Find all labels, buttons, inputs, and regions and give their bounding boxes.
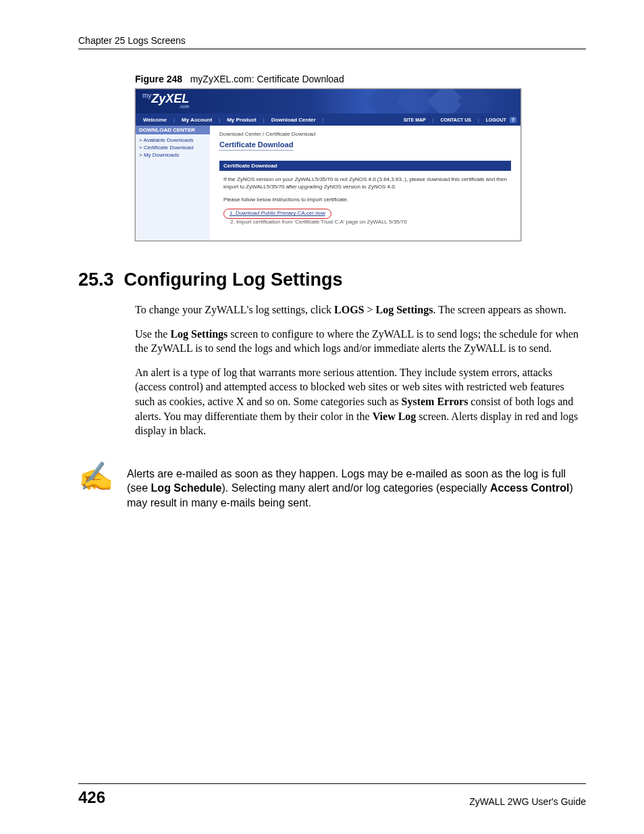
p2-a: Use the <box>135 328 170 340</box>
step-2-text: 2. Import certification from 'Certificat… <box>230 219 407 225</box>
zyxel-logo: myZyXEL .com <box>142 92 189 109</box>
p2-b: Log Settings <box>170 328 227 340</box>
breadcrumb: Download Center / Certificate Download <box>219 131 511 137</box>
p3-b1: System Errors <box>402 396 468 407</box>
note-block: ✍ Alerts are e-mailed as soon as they ha… <box>78 467 586 511</box>
p1-c: . The screen appears as shown. <box>433 304 566 315</box>
body-para-1: To change your ZyWALL's log settings, cl… <box>135 303 586 317</box>
nav-welcome[interactable]: Welcome <box>140 117 170 123</box>
section-number: 25.3 <box>78 269 114 290</box>
figure-caption: Figure 248 myZyXEL.com: Certificate Down… <box>135 74 586 84</box>
embedded-screenshot: myZyXEL .com Welcome| My Account| My Pro… <box>135 88 521 241</box>
banner-decor <box>365 89 514 113</box>
p1-a: To change your ZyWALL's log settings, cl… <box>135 304 334 315</box>
body-para-2: Use the Log Settings screen to configure… <box>135 327 586 356</box>
section-bar: Certificate Download <box>219 161 511 171</box>
note-text: Alerts are e-mailed as soon as they happ… <box>127 467 586 511</box>
section-heading: 25.3 Configuring Log Settings <box>78 269 586 290</box>
p1-mid: > <box>365 304 376 315</box>
figure-label: Figure 248 <box>135 74 182 84</box>
logo-brand: ZyXEL <box>151 92 189 105</box>
navbar-right: SITE MAP| CONTACT US| LOGOUT ? <box>400 117 516 123</box>
p1-b1: LOGS <box>334 304 364 315</box>
note-icon: ✍ <box>78 463 113 491</box>
nav-download-center[interactable]: Download Center <box>268 117 319 123</box>
nav-site-map[interactable]: SITE MAP <box>400 118 429 122</box>
body-para-3: An alert is a type of log that warrants … <box>135 365 586 438</box>
note-b1: Log Schedule <box>151 482 222 494</box>
screenshot-sidebar: DOWNLOAD CENTER Available Downloads Cert… <box>136 126 210 240</box>
footer-guide: ZyWALL 2WG User's Guide <box>469 796 586 807</box>
screenshot-navbar: Welcome| My Account| My Product| Downloa… <box>136 113 520 126</box>
section-title: Configuring Log Settings <box>124 269 343 290</box>
nav-my-account[interactable]: My Account <box>178 117 215 123</box>
chapter-header: Chapter 25 Logs Screens <box>78 35 586 49</box>
content-para-2: Please follow below instructions to impo… <box>223 197 507 204</box>
page-number: 426 <box>78 788 105 807</box>
download-ca-link[interactable]: 1. Download Public Primary CA.cer now <box>223 209 331 219</box>
screenshot-main: Download Center / Certificate Download C… <box>210 126 520 240</box>
note-t2: ). Selecting many alert and/or log categ… <box>221 482 490 494</box>
sidebar-item-my-downloads[interactable]: My Downloads <box>139 151 207 159</box>
nav-my-product[interactable]: My Product <box>223 117 260 123</box>
logo-prefix: my <box>142 92 151 99</box>
sidebar-item-certificate-download[interactable]: Certificate Download <box>139 144 207 151</box>
sidebar-item-available-downloads[interactable]: Available Downloads <box>139 136 207 144</box>
page-footer: 426 ZyWALL 2WG User's Guide <box>78 783 586 807</box>
sidebar-header: DOWNLOAD CENTER <box>136 126 210 134</box>
p1-b2: Log Settings <box>376 304 433 315</box>
screenshot-banner: myZyXEL .com <box>136 89 520 113</box>
navbar-left: Welcome| My Account| My Product| Downloa… <box>140 117 327 123</box>
nav-logout[interactable]: LOGOUT <box>483 118 510 122</box>
nav-help-icon[interactable]: ? <box>510 117 516 123</box>
note-b2: Access Control <box>490 482 569 494</box>
p3-b2: View Log <box>373 411 417 422</box>
figure-caption-text: myZyXEL.com: Certificate Download <box>190 74 344 84</box>
content-title: Certificate Download <box>219 140 293 151</box>
nav-contact-us[interactable]: CONTACT US <box>437 118 475 122</box>
content-para-1: If the ZyNOS version on your ZyWALL5/35/… <box>223 176 507 191</box>
content-steps: 1. Download Public Primary CA.cer now 2.… <box>223 209 507 226</box>
